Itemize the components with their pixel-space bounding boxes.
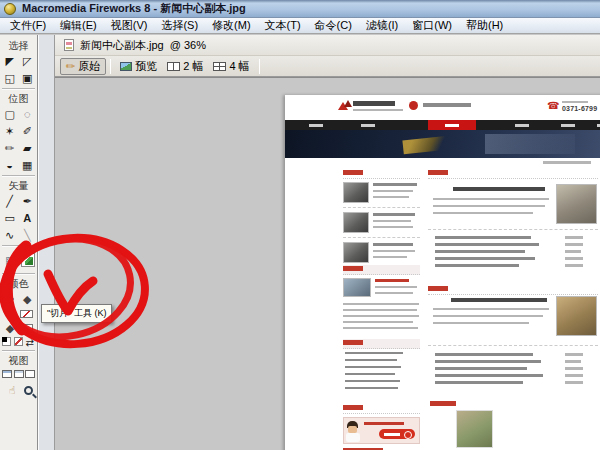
tools-divider	[2, 88, 35, 90]
site-logo-text	[353, 101, 395, 106]
menu-modify[interactable]: 修改(M)	[205, 17, 258, 34]
eyedropper-tool-icon[interactable]	[2, 291, 18, 307]
divider	[428, 345, 598, 346]
scale-tool-icon[interactable]	[2, 70, 18, 86]
fill-color-icon[interactable]	[4, 320, 16, 336]
main-section-header	[428, 285, 598, 295]
hotspot-tool-icon[interactable]	[2, 252, 18, 268]
site-logo-mark	[338, 100, 349, 111]
preview-view-label: 预览	[135, 59, 157, 74]
slice-tool-icon[interactable]	[21, 253, 35, 267]
sidebar-ad-banner	[343, 417, 420, 444]
standard-screen-mode-button[interactable]	[2, 370, 12, 378]
preview-mode-bar: ✏ 原始 预览 2 幅 4 幅	[55, 56, 600, 77]
magic-wand-tool-icon[interactable]	[2, 123, 18, 139]
rectangle-tool-icon[interactable]	[2, 210, 18, 226]
knife-tool-icon[interactable]	[19, 227, 35, 243]
eraser-tool-icon[interactable]	[19, 140, 35, 156]
menu-edit[interactable]: 编辑(E)	[53, 17, 104, 34]
menu-window[interactable]: 窗口(W)	[405, 17, 459, 34]
phone-icon: ☎	[547, 100, 559, 111]
menu-filters[interactable]: 滤镜(I)	[359, 17, 405, 34]
original-view-button[interactable]: ✏ 原始	[60, 58, 106, 75]
divider	[428, 229, 598, 230]
menu-select[interactable]: 选择(S)	[154, 17, 205, 34]
nav-item	[309, 124, 323, 127]
main-section-header	[428, 169, 598, 179]
blur-tool-icon[interactable]	[2, 157, 18, 173]
toolbar-separator	[110, 59, 111, 74]
document-icon	[64, 39, 74, 51]
menu-help[interactable]: 帮助(H)	[459, 17, 510, 34]
rubber-stamp-tool-icon[interactable]	[19, 157, 35, 173]
four-up-label: 4 幅	[229, 59, 249, 74]
article-image	[556, 184, 597, 224]
sidebar-section-header	[343, 404, 420, 414]
document-tab-bar[interactable]: 新闻中心副本.jpg @ 36%	[55, 35, 600, 56]
breadcrumb	[543, 161, 591, 164]
two-up-view-button[interactable]: 2 幅	[162, 58, 208, 75]
brush-tool-icon[interactable]	[19, 123, 35, 139]
phone-number: 0371-6799	[562, 105, 597, 112]
pen-tool-icon[interactable]	[19, 193, 35, 209]
nav-item	[561, 124, 575, 127]
article-title	[451, 298, 547, 302]
stroke-color-chip[interactable]	[20, 310, 33, 318]
tools-section-colors-label: 颜色	[0, 277, 37, 290]
lasso-tool-icon[interactable]	[19, 106, 35, 122]
webpage-design-image: ☎ 0371-6799	[285, 95, 600, 450]
preview-view-button[interactable]: 预览	[115, 58, 162, 75]
article-image	[556, 296, 597, 336]
tools-divider	[2, 175, 35, 177]
nav-item	[515, 124, 529, 127]
document-tab-title: 新闻中心副本.jpg	[80, 38, 164, 53]
tools-section-bitmap-label: 位图	[0, 92, 37, 105]
pointer-tool-icon[interactable]	[2, 53, 18, 69]
related-image-thumb	[456, 410, 493, 448]
full-screen-mode-button[interactable]	[25, 370, 35, 378]
toolbar-separator	[259, 59, 260, 74]
site-nav-bar	[285, 120, 600, 130]
menu-file[interactable]: 文件(F)	[3, 17, 53, 34]
menu-view[interactable]: 视图(V)	[104, 17, 155, 34]
hand-tool-icon[interactable]	[4, 382, 20, 398]
crop-tool-icon[interactable]	[19, 70, 35, 86]
zoom-tool-icon[interactable]	[24, 386, 33, 395]
document-canvas[interactable]: ☎ 0371-6799	[55, 77, 600, 450]
no-color-icon[interactable]	[14, 337, 23, 346]
image-artifact-line	[514, 377, 530, 450]
subselection-tool-icon[interactable]	[19, 53, 35, 69]
document-window: 新闻中心副本.jpg @ 36% ✏ 原始 预览 2 幅	[55, 35, 600, 450]
sidebar-section-header	[343, 265, 420, 275]
marquee-tool-icon[interactable]	[2, 106, 18, 122]
tools-divider	[2, 350, 35, 352]
line-tool-icon[interactable]	[2, 193, 18, 209]
nav-item	[445, 124, 459, 127]
document-zoom-level: @ 36%	[170, 39, 206, 51]
fill-color-chip[interactable]	[20, 324, 33, 332]
pencil-tool-icon[interactable]	[2, 140, 18, 156]
freeform-tool-icon[interactable]	[2, 227, 18, 243]
two-up-icon	[167, 62, 180, 71]
full-screen-with-menus-mode-button[interactable]	[14, 370, 24, 378]
site-badge-icon	[409, 101, 418, 110]
fireworks-app-icon	[4, 3, 16, 15]
swap-colors-icon[interactable]	[25, 337, 35, 347]
tools-section-vector-label: 矢量	[0, 179, 37, 192]
menu-bar: 文件(F) 编辑(E) 视图(V) 选择(S) 修改(M) 文本(T) 命令(C…	[0, 18, 600, 34]
site-logo-caption	[353, 109, 403, 111]
menu-text[interactable]: 文本(T)	[258, 17, 308, 34]
menu-commands[interactable]: 命令(C)	[308, 17, 359, 34]
phone-caption	[562, 101, 588, 103]
fireworks-app-window: Macromedia Fireworks 8 - 新闻中心副本.jpg 文件(F…	[0, 0, 600, 450]
pencil-icon: ✏	[66, 60, 75, 73]
related-images-header	[430, 401, 456, 406]
text-tool-icon[interactable]	[19, 210, 35, 226]
four-up-view-button[interactable]: 4 幅	[208, 58, 254, 75]
default-colors-icon[interactable]	[2, 337, 11, 346]
sidebar-section-header	[343, 339, 420, 349]
tools-section-view-label: 视图	[0, 354, 37, 367]
paint-bucket-tool-icon[interactable]	[19, 291, 35, 307]
panel-gutter	[38, 35, 55, 450]
four-up-icon	[213, 62, 226, 71]
